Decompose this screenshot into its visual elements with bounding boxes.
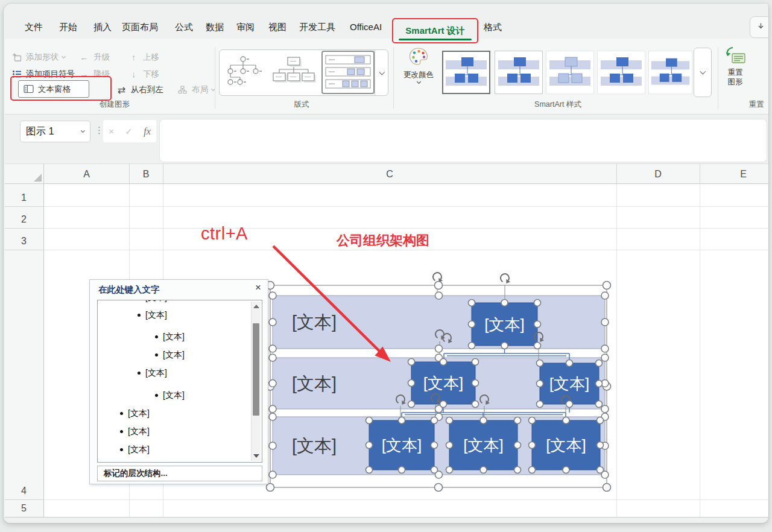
tab-视图[interactable]: 视图 [268,22,286,33]
row-header-2[interactable]: 2 [5,206,43,228]
selection-handle[interactable] [534,321,541,328]
selection-handle[interactable] [399,417,405,424]
tab-页面布局[interactable]: 页面布局 [122,22,158,33]
selection-handle[interactable] [472,380,479,387]
selection-handle[interactable] [537,360,543,367]
selection-handle[interactable] [603,484,611,492]
tab-文件[interactable]: 文件 [25,22,43,33]
selection-handle[interactable] [472,359,479,366]
selection-handle[interactable] [435,484,443,492]
move-down-button[interactable]: ↓ 下移 [128,68,159,81]
selection-handle[interactable] [440,401,447,408]
selection-handle[interactable] [269,471,276,478]
selection-handle[interactable] [563,417,569,424]
text-pane-item-level-2[interactable]: [文本] [98,309,262,321]
selection-handle[interactable] [408,380,415,387]
ribbon-collapse-button[interactable] [750,16,768,38]
tab-OfficeAI[interactable]: OfficeAI [350,22,382,32]
selection-handle[interactable] [566,360,573,367]
formula-input[interactable] [159,119,767,162]
add-bullet-button[interactable]: 添加项目符号 [11,68,75,81]
selection-handle[interactable] [603,282,611,290]
selection-handle[interactable] [269,345,276,352]
text-pane-item-level-1[interactable]: [文本] [98,408,262,420]
selection-handle[interactable] [269,413,276,420]
selection-handle[interactable] [431,417,438,424]
layout-button[interactable]: 布局 [177,83,215,97]
tab-开始[interactable]: 开始 [59,22,77,33]
selection-handle[interactable] [597,467,604,473]
selection-handle[interactable] [601,354,609,361]
selection-handle[interactable] [537,401,543,408]
column-header-C[interactable]: C [163,164,616,184]
text-pane-item-level-1[interactable]: [文本] [98,426,262,438]
column-header-B[interactable]: B [129,164,163,184]
insert-function-button[interactable]: fx [144,126,151,137]
selection-handle[interactable] [514,467,521,473]
selection-handle[interactable] [566,401,573,408]
close-icon[interactable]: × [255,282,261,294]
selection-handle[interactable] [514,417,521,424]
column-header-A[interactable]: A [44,164,129,184]
tab-审阅[interactable]: 审阅 [236,22,255,33]
selection-handle[interactable] [269,354,276,361]
tab-插入[interactable]: 插入 [93,22,112,33]
selection-handle[interactable] [431,467,438,473]
change-colors-button[interactable]: 更改颜色 [400,47,437,83]
selection-handle[interactable] [435,282,443,290]
layout-thumb-hierarchy-circles[interactable] [222,53,264,92]
text-pane-item-level-2[interactable]: [文本] [98,300,262,304]
name-box[interactable]: 图示 1 [20,121,90,142]
layouts-gallery-more-button[interactable] [375,49,388,96]
selection-handle[interactable] [435,345,443,352]
smartart-style-thumb-3[interactable] [546,51,594,94]
text-pane-item-level-1[interactable]: [文本] [98,444,262,456]
selection-handle[interactable] [269,292,276,299]
smartart-style-thumb-1-selected[interactable] [442,51,490,94]
styles-gallery-more-button[interactable] [694,48,712,97]
text-pane-button[interactable]: 文本窗格 [18,80,89,98]
layout-thumb-org-chart[interactable] [269,52,318,92]
selection-handle[interactable] [267,484,274,492]
selection-handle[interactable] [446,442,453,449]
selection-handle[interactable] [529,417,536,424]
selection-handle[interactable] [435,292,443,299]
selection-handle[interactable] [440,359,447,366]
text-pane-list[interactable]: [文本][文本][文本][文本][文本][文本][文本][文本][文本] [97,300,262,463]
reset-graphic-button[interactable]: 重置 图形 [721,46,749,87]
selection-handle[interactable] [601,292,609,299]
text-pane-item-level-2[interactable]: [文本] [98,367,262,379]
row-header-5[interactable]: 5 [5,499,43,517]
right-to-left-button[interactable]: ⇄ 从右到左 [116,83,163,97]
move-up-button[interactable]: ↑ 上移 [128,51,159,64]
selection-handle[interactable] [366,417,373,424]
selection-handle[interactable] [501,343,508,349]
selection-handle[interactable] [601,318,609,326]
row-header-1[interactable]: 1 [5,184,43,206]
text-pane-item-level-3[interactable]: [文本] [98,390,262,402]
column-header-E[interactable]: E [700,164,768,184]
selection-handle[interactable] [469,321,475,328]
add-shape-button[interactable]: 添加形状 [11,51,65,64]
selection-handle[interactable] [601,345,609,352]
selection-handle[interactable] [469,343,475,349]
row-header-4[interactable]: 4 [5,250,43,499]
selection-handle[interactable] [480,467,487,473]
tab-公式[interactable]: 公式 [175,22,193,33]
selection-handle[interactable] [534,300,541,306]
tab-数据[interactable]: 数据 [206,22,224,33]
selection-handle[interactable] [596,360,603,367]
selection-handle[interactable] [601,405,609,413]
selection-handle[interactable] [501,300,508,306]
selection-handle[interactable] [469,300,475,306]
tab-smartart-design[interactable]: SmartArt 设计 [392,18,478,43]
selection-handle[interactable] [596,381,603,387]
selection-handle[interactable] [563,467,569,473]
selection-handle[interactable] [446,467,453,473]
selection-handle[interactable] [269,442,276,449]
selection-handle[interactable] [514,442,521,449]
selection-handle[interactable] [408,401,415,408]
selection-handle[interactable] [366,442,373,449]
selection-handle[interactable] [399,467,405,473]
promote-button[interactable]: ← 升级 [78,51,110,64]
